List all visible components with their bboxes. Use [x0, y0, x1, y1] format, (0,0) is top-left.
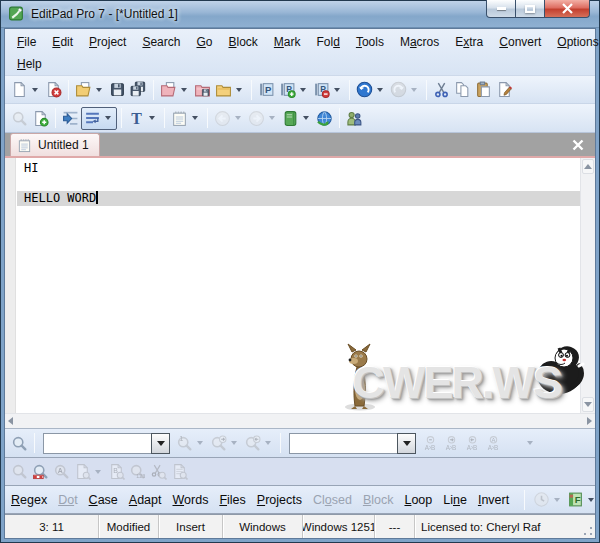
- search-123-button[interactable]: 123: [127, 461, 148, 482]
- option-block[interactable]: Block: [363, 493, 394, 507]
- option-dot[interactable]: Dot: [58, 493, 77, 507]
- dropdown-arrow-icon[interactable]: [334, 88, 340, 92]
- open-folder-button[interactable]: [213, 79, 247, 100]
- maximize-button[interactable]: [515, 0, 545, 18]
- menu-item-extra[interactable]: Extra: [447, 33, 491, 51]
- editor-line[interactable]: HI: [17, 161, 580, 176]
- dropdown-arrow-icon[interactable]: [192, 116, 198, 120]
- notepad-button[interactable]: [169, 108, 203, 129]
- menu-item-help[interactable]: Help: [9, 55, 50, 73]
- history-button[interactable]: [531, 489, 565, 510]
- resize-grip[interactable]: [583, 526, 593, 536]
- replace-input[interactable]: [289, 433, 397, 454]
- minimize-button[interactable]: [486, 0, 516, 18]
- font-button[interactable]: T: [126, 108, 160, 129]
- option-files[interactable]: Files: [219, 493, 245, 507]
- undo-button[interactable]: [354, 79, 388, 100]
- option-invert[interactable]: Invert: [478, 493, 509, 507]
- scroll-up-button[interactable]: [582, 159, 594, 174]
- replace-combo-dropdown[interactable]: [397, 433, 416, 454]
- vertical-scrollbar[interactable]: [580, 158, 595, 413]
- editor-text[interactable]: HIHELLO WORD: [17, 161, 580, 206]
- menu-item-file[interactable]: File: [9, 33, 44, 51]
- replace-current-button[interactable]: A›B: [420, 433, 441, 454]
- editor-line[interactable]: [17, 176, 580, 191]
- search-button[interactable]: [9, 433, 30, 454]
- dropdown-arrow-icon[interactable]: [197, 441, 203, 445]
- close-tab-button[interactable]: [569, 136, 587, 154]
- paste-button[interactable]: [473, 79, 494, 100]
- menu-item-go[interactable]: Go: [188, 33, 220, 51]
- nav-forward-button[interactable]: [246, 108, 280, 129]
- book-f-button[interactable]: F: [565, 489, 599, 510]
- save-all-button[interactable]: [128, 79, 149, 100]
- replace-previous-button[interactable]: A›B: [462, 433, 483, 454]
- page-plus-button[interactable]: [30, 108, 51, 129]
- option-adapt[interactable]: Adapt: [129, 493, 162, 507]
- dropdown-arrow-icon[interactable]: [105, 116, 111, 120]
- dropdown-arrow-icon[interactable]: [265, 441, 271, 445]
- save-project-button[interactable]: [192, 79, 213, 100]
- search-input[interactable]: [43, 433, 151, 454]
- save-file-button[interactable]: [107, 79, 128, 100]
- dropdown-arrow-icon[interactable]: [235, 116, 241, 120]
- dropdown-arrow-icon[interactable]: [527, 441, 533, 445]
- menu-item-edit[interactable]: Edit: [44, 33, 81, 51]
- auto-indent-button[interactable]: [60, 108, 81, 129]
- browser-button[interactable]: [314, 108, 335, 129]
- menu-item-macros[interactable]: Macros: [392, 33, 447, 51]
- search-cut-button[interactable]: [148, 461, 169, 482]
- close-file-button[interactable]: [43, 79, 64, 100]
- new-file-button[interactable]: [9, 79, 43, 100]
- option-closed[interactable]: Closed: [313, 493, 352, 507]
- replace-term-combo[interactable]: [289, 433, 416, 454]
- replace-next-button[interactable]: A›B: [441, 433, 462, 454]
- menu-item-project[interactable]: Project: [81, 33, 134, 51]
- dictionary-button[interactable]: [280, 108, 314, 129]
- search-preview-button[interactable]: [169, 461, 190, 482]
- find-next-button[interactable]: [208, 433, 242, 454]
- horizontal-scrollbar[interactable]: [5, 413, 595, 429]
- option-words[interactable]: Words: [172, 493, 208, 507]
- dropdown-arrow-icon[interactable]: [588, 498, 594, 502]
- dropdown-arrow-icon[interactable]: [377, 88, 383, 92]
- blank-button[interactable]: [504, 433, 538, 454]
- option-loop[interactable]: Loop: [404, 493, 432, 507]
- dropdown-arrow-icon[interactable]: [231, 441, 237, 445]
- replace-all-button[interactable]: A›BA: [483, 433, 504, 454]
- project-add-button[interactable]: P: [277, 79, 311, 100]
- titlebar[interactable]: EditPad Pro 7 - [*Untitled 1]: [0, 0, 600, 28]
- search-a-button[interactable]: A: [51, 461, 72, 482]
- menu-item-options[interactable]: Options: [549, 33, 600, 51]
- project-panel-button[interactable]: P: [256, 79, 277, 100]
- dropdown-arrow-icon[interactable]: [32, 88, 38, 92]
- option-case[interactable]: Case: [89, 493, 118, 507]
- dropdown-arrow-icon[interactable]: [411, 88, 417, 92]
- redo-button[interactable]: [388, 79, 422, 100]
- copy-button[interactable]: [452, 79, 473, 100]
- find-previous-button[interactable]: [242, 433, 276, 454]
- tab-untitled-1[interactable]: Untitled 1: [10, 133, 100, 156]
- clipboard-editor-button[interactable]: [494, 79, 515, 100]
- project-close-button[interactable]: P: [311, 79, 345, 100]
- scroll-down-button[interactable]: [582, 397, 594, 412]
- option-regex[interactable]: Regex: [11, 493, 47, 507]
- page-search-button[interactable]: [72, 461, 106, 482]
- menu-item-mark[interactable]: Mark: [266, 33, 309, 51]
- menu-item-block[interactable]: Block: [221, 33, 266, 51]
- option-projects[interactable]: Projects: [257, 493, 302, 507]
- menu-item-convert[interactable]: Convert: [491, 33, 549, 51]
- search-term-combo[interactable]: [43, 433, 170, 454]
- option-line[interactable]: Line: [443, 493, 467, 507]
- menu-item-fold[interactable]: Fold: [309, 33, 348, 51]
- nav-back-button[interactable]: [212, 108, 246, 129]
- search-combo-dropdown[interactable]: [151, 433, 170, 454]
- dropdown-arrow-icon[interactable]: [300, 88, 306, 92]
- open-file-button[interactable]: [73, 79, 107, 100]
- find-first-button[interactable]: 1: [174, 433, 208, 454]
- cut-button[interactable]: [431, 79, 452, 100]
- editor-line[interactable]: HELLO WORD: [17, 191, 580, 206]
- search-panel-button[interactable]: [9, 108, 30, 129]
- dropdown-arrow-icon[interactable]: [303, 116, 309, 120]
- users-button[interactable]: [344, 108, 365, 129]
